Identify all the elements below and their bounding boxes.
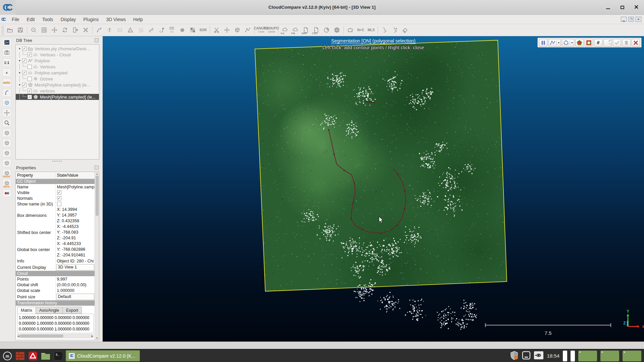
tree-item-vertices-cloud[interactable]: ✓Vertices - Cloud — [16, 52, 99, 58]
color-scale-icon[interactable] — [321, 25, 332, 36]
translate-rotate-icon[interactable] — [49, 25, 60, 36]
mdi-restore-button[interactable]: ❐ — [628, 17, 634, 22]
workspace-bar-2[interactable] — [571, 351, 575, 361]
mdi-minimize-button[interactable]: ▁ — [621, 17, 627, 22]
cancel-button[interactable] — [632, 39, 640, 47]
pan-view-icon[interactable] — [2, 109, 11, 117]
perspective-view-icon[interactable] — [2, 99, 11, 107]
facets-mesh-icon[interactable]: FM — [290, 25, 301, 36]
front-view-icon[interactable]: FRONT — [2, 169, 11, 177]
bottom-view-icon[interactable] — [2, 139, 11, 147]
expand-arrow-icon[interactable]: ▼ — [17, 47, 22, 50]
rasterize-icon[interactable] — [187, 25, 198, 36]
visibility-checkbox[interactable]: ✓ — [22, 83, 26, 87]
visibility-checkbox[interactable] — [28, 77, 32, 81]
mdi-close-button[interactable]: ✕ — [636, 17, 641, 22]
db-tree-float-icon[interactable] — [95, 38, 99, 42]
tree-item-octree[interactable]: Octree — [16, 76, 99, 82]
minimize-button[interactable] — [604, 3, 612, 12]
polygon-selection-button[interactable]: ▼ — [562, 39, 574, 47]
cloud-cloud-distance-icon[interactable]: CCCC — [167, 25, 177, 36]
panel-splitter[interactable]: •••••• — [13, 160, 101, 164]
properties-float-icon[interactable] — [95, 166, 99, 170]
bspline-icon[interactable] — [379, 25, 390, 36]
filter-points-icon[interactable] — [104, 25, 115, 36]
expand-arrow-icon[interactable]: ▼ — [17, 83, 22, 86]
menu-edit[interactable]: Edit — [23, 15, 39, 24]
workspace-bar-1[interactable] — [563, 351, 567, 361]
translate-scale-icon[interactable] — [222, 25, 232, 36]
menu-display[interactable]: Display — [57, 15, 79, 24]
segment-out-button[interactable] — [585, 39, 593, 47]
cross-section-icon[interactable] — [211, 25, 222, 36]
close-button[interactable]: ✕ — [632, 3, 641, 12]
kd-tree-icon[interactable]: Kd — [280, 25, 290, 36]
menu-file[interactable]: File — [8, 15, 23, 24]
right-view-icon[interactable] — [2, 159, 11, 167]
update-shield-tray-icon[interactable] — [510, 351, 519, 361]
left-view-icon[interactable] — [2, 149, 11, 157]
tree-item-vertices[interactable]: ✓vertices — [16, 88, 99, 94]
clipping-box-icon[interactable] — [232, 25, 243, 36]
expand-arrow-icon[interactable]: ▼ — [17, 71, 22, 74]
console-icon[interactable] — [39, 25, 49, 36]
zoom-1-1-icon[interactable]: 1:1 — [2, 58, 11, 67]
properties-v-scrollbar[interactable]: ▲ ▼ — [95, 172, 99, 340]
matrix-h-scrollbar[interactable]: ◀▶ — [17, 334, 94, 338]
point-pair-align-icon[interactable] — [156, 25, 167, 36]
menu-tools[interactable]: Tools — [39, 15, 57, 24]
red-app-launcher-icon[interactable] — [28, 351, 38, 361]
trace-polyline-icon[interactable] — [243, 25, 253, 36]
octree-compute-icon[interactable] — [125, 25, 136, 36]
polyline-selection-button[interactable]: ▼ — [548, 39, 561, 47]
segment-in-button[interactable] — [575, 39, 584, 47]
tree-item-mesh-polyline-sampled-le[interactable]: ▼✓Mesh[Polyline.sampled] (le... — [16, 82, 99, 88]
files-launcher-icon[interactable] — [40, 351, 51, 361]
tab-axis-angle[interactable]: Axis/Angle — [36, 307, 62, 314]
visibility-checkbox[interactable]: ✓ — [28, 89, 32, 93]
open-icon[interactable] — [5, 25, 15, 36]
menu-button[interactable]: m — [2, 351, 13, 361]
fine-registration-icon[interactable] — [146, 25, 156, 36]
expand-arrow-icon[interactable]: ▼ — [17, 59, 22, 62]
pivot-toggle-icon[interactable] — [2, 88, 11, 97]
back-view-icon[interactable]: BACK — [2, 179, 11, 187]
save-icon[interactable] — [15, 25, 25, 36]
visibility-checkbox[interactable]: ✓ — [22, 47, 26, 51]
tree-item-vertices[interactable]: Vertices — [16, 64, 99, 70]
normals-curvature-icon[interactable]: N+C — [356, 25, 366, 36]
confirm-delete-button[interactable] — [622, 39, 631, 47]
firewall-launcher-icon[interactable] — [15, 351, 25, 361]
top-view-icon[interactable] — [2, 129, 11, 137]
unroll-icon[interactable] — [400, 25, 411, 36]
window-preview-3[interactable] — [623, 351, 641, 361]
segment-tool-icon[interactable] — [94, 25, 104, 36]
zoom-fit-icon[interactable]: + — [2, 68, 11, 77]
subsample-icon[interactable] — [115, 25, 125, 36]
undo-button[interactable] — [603, 39, 612, 47]
toolbar-grip[interactable] — [1, 26, 4, 35]
export-coordinates-icon[interactable] — [70, 25, 80, 36]
map-projection-icon[interactable] — [332, 25, 342, 36]
menu-help[interactable]: Help — [129, 15, 147, 24]
auto-pick-center-icon[interactable]: auto — [2, 78, 11, 87]
tree-item-mesh-polyline-sampled-le[interactable]: ✓Mesh[Polyline.sampled] (le... — [16, 94, 99, 100]
register-icon[interactable] — [136, 25, 146, 36]
camera-settings-icon[interactable] — [2, 48, 11, 57]
dropdown-arrow-icon[interactable]: ▼ — [570, 40, 573, 45]
current-display-dropdown[interactable]: 3D View 1 — [56, 264, 95, 270]
nvidia-tray-icon[interactable] — [534, 351, 543, 361]
statistical-test-icon[interactable] — [177, 25, 187, 36]
taskbar-window-button[interactable]: CC CloudCompare v2.12.0 (K... — [66, 350, 140, 361]
maximize-button[interactable] — [618, 3, 627, 12]
prop-checkbox[interactable]: ✓ — [57, 196, 61, 200]
spline-fit-icon[interactable] — [390, 25, 400, 36]
menu-plugins[interactable]: Plugins — [79, 15, 102, 24]
prop-checkbox[interactable] — [57, 202, 61, 206]
zoom-center-icon[interactable] — [29, 25, 39, 36]
csv-export-icon[interactable]: CSV — [311, 25, 321, 36]
stereo-icon[interactable] — [2, 189, 11, 197]
tree-item-polyline-sampled[interactable]: ▼✓Polyline.sampled — [16, 70, 99, 76]
menu-3d-views[interactable]: 3D Views — [102, 15, 129, 24]
prop-checkbox[interactable]: ✓ — [57, 190, 61, 195]
